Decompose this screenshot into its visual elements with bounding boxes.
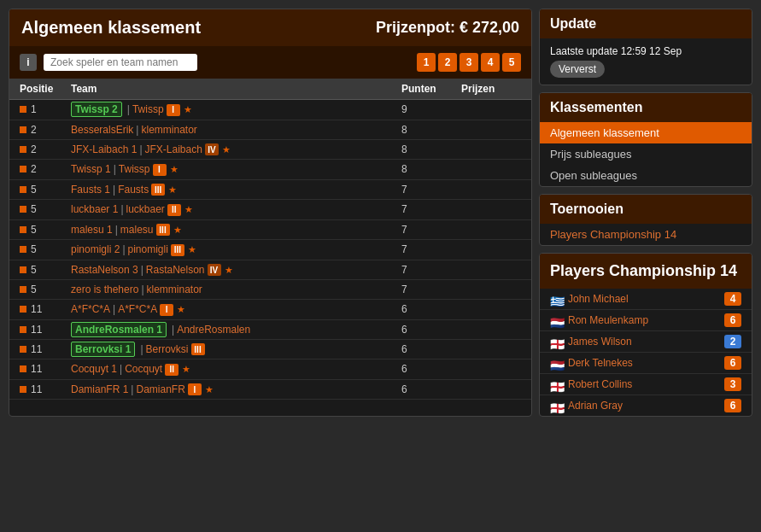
pts-cell: 6 (401, 303, 461, 315)
team-name-link[interactable]: Fausts 1 (71, 184, 110, 196)
player-score: 6 (724, 356, 741, 370)
level-badge: II (167, 204, 181, 216)
pos-dot (20, 346, 26, 353)
pos-number: 2 (31, 124, 37, 136)
pos-number: 11 (31, 343, 42, 355)
player-name[interactable]: Adrian Gray (568, 400, 623, 412)
pos-dot (20, 106, 26, 113)
team-name-link[interactable]: RastaNelson 3 (71, 264, 138, 276)
team-cell: malesu 1|malesuIII★ (71, 224, 401, 237)
champ-player: 🇬🇷 John Michael (550, 293, 629, 305)
separator: | (172, 324, 174, 336)
team-name-link[interactable]: zero is thehero (71, 284, 138, 295)
team-name-link[interactable]: Twissp 2 (71, 102, 122, 117)
team-name-link[interactable]: malesu 1 (71, 224, 113, 236)
toernooien-item[interactable]: Players Championship 14 (540, 224, 752, 245)
star-icon: ★ (173, 225, 182, 235)
update-card-header: Update (540, 9, 752, 38)
star-icon: ★ (188, 244, 196, 254)
pos-dot (20, 266, 26, 273)
update-card-body: Laatste update 12:59 12 Sep Ververst (540, 38, 752, 85)
level-badge: IV (205, 143, 219, 155)
team-cell: Berrovksi 1|BerrovksiIII (71, 343, 401, 356)
table-row: 11Berrovksi 1|BerrovksiIII6 (9, 340, 531, 360)
left-header: Algemeen klassement Prijzenpot: € 272,00 (9, 9, 531, 46)
player-score: 4 (724, 292, 741, 306)
col-team: Team (71, 83, 401, 95)
player-name[interactable]: Robert Collins (568, 378, 632, 390)
level-badge: III (151, 184, 165, 196)
pos-cell: 2 (20, 124, 71, 136)
player-name[interactable]: Ron Meulenkamp (568, 314, 648, 326)
pos-dot (20, 306, 26, 313)
pts-cell: 6 (401, 383, 461, 395)
owner-name: klemminator (147, 284, 202, 295)
toernooien-list: Players Championship 14 (540, 224, 752, 245)
owner-name: Berrovksi (146, 343, 189, 355)
team-cell: BesseralsErik|klemminator (71, 124, 401, 136)
pos-number: 5 (31, 224, 37, 236)
team-name-link[interactable]: A*F*C*A (71, 303, 110, 315)
pts-cell: 7 (401, 243, 461, 255)
team-cell: JFX-Laibach 1|JFX-LaibachIV★ (71, 143, 401, 156)
pos-cell: 5 (20, 284, 71, 295)
player-name[interactable]: Derk Telnekes (568, 357, 633, 369)
owner-name: Twissp (132, 103, 164, 115)
klassementen-item[interactable]: Prijs subleagues (540, 143, 752, 165)
level-badge: III (156, 224, 170, 236)
search-bar: i 1 2 3 4 5 (9, 46, 531, 79)
owner-name: RastaNelson (146, 264, 205, 276)
team-name-link[interactable]: Twissp 1 (71, 163, 111, 175)
team-name-link[interactable]: pinomigli 2 (71, 243, 120, 255)
team-cell: Twissp 2|TwisspI★ (71, 103, 401, 116)
search-input[interactable] (44, 54, 197, 71)
table-row: 2Twissp 1|TwisspI★8 (9, 160, 531, 180)
page-btn-4[interactable]: 4 (481, 53, 500, 72)
page-btn-2[interactable]: 2 (438, 53, 457, 72)
klassementen-list: Algemeen klassementPrijs subleaguesOpen … (540, 122, 752, 186)
championship-player-row: 🏴󠁧󠁢󠁥󠁮󠁧󠁿 Adrian Gray 6 (540, 395, 752, 416)
player-score: 6 (724, 399, 741, 412)
pts-cell: 7 (401, 203, 461, 215)
info-button[interactable]: i (20, 54, 37, 71)
table-body: 1Twissp 2|TwisspI★92BesseralsErik|klemmi… (9, 100, 531, 400)
pos-number: 1 (31, 103, 37, 115)
table-row: 2JFX-Laibach 1|JFX-LaibachIV★8 (9, 140, 531, 161)
team-cell: DamianFR 1|DamianFRI★ (71, 383, 401, 396)
owner-name: Fausts (118, 184, 149, 196)
pts-cell: 6 (401, 343, 461, 355)
klassementen-item[interactable]: Algemeen klassement (540, 122, 752, 143)
team-name-link[interactable]: Berrovksi 1 (71, 342, 135, 357)
pts-cell: 8 (401, 143, 461, 155)
pos-dot (20, 126, 26, 133)
player-name[interactable]: James Wilson (568, 336, 632, 348)
pos-cell: 2 (20, 143, 71, 155)
update-text: Laatste update 12:59 12 Sep (550, 45, 741, 57)
pos-number: 11 (31, 324, 42, 336)
team-name-link[interactable]: Cocquyt 1 (71, 363, 117, 375)
team-name-link[interactable]: luckbaer 1 (71, 203, 118, 215)
page-btn-1[interactable]: 1 (417, 53, 436, 72)
pos-number: 11 (31, 303, 42, 315)
player-score: 6 (724, 313, 741, 327)
owner-name: AndreRosmalen (177, 324, 250, 336)
table-header: Positie Team Punten Prijzen (9, 79, 531, 100)
team-name-link[interactable]: BesseralsErik (71, 124, 133, 136)
owner-name: JFX-Laibach (145, 143, 202, 155)
prijzenpot: Prijzenpot: € 272,00 (376, 19, 519, 37)
page-title: Algemeen klassement (21, 18, 201, 38)
page-btn-3[interactable]: 3 (460, 53, 478, 72)
pts-cell: 7 (401, 184, 461, 196)
player-name[interactable]: John Michael (568, 293, 629, 305)
page-btn-5[interactable]: 5 (502, 53, 521, 72)
table-row: 5Fausts 1|FaustsIII★7 (9, 180, 531, 201)
team-name-link[interactable]: AndreRosmalen 1 (71, 322, 167, 337)
team-name-link[interactable]: DamianFR 1 (71, 383, 128, 395)
champ-player: 🇳🇱 Ron Meulenkamp (550, 314, 648, 326)
pos-cell: 11 (20, 363, 71, 375)
pagination: 1 2 3 4 5 (417, 53, 521, 72)
level-badge: I (160, 304, 173, 316)
championship-player-row: 🏴󠁧󠁢󠁥󠁮󠁧󠁿 Robert Collins 3 (540, 374, 752, 395)
klassementen-item[interactable]: Open subleagues (540, 165, 752, 186)
team-name-link[interactable]: JFX-Laibach 1 (71, 143, 137, 155)
